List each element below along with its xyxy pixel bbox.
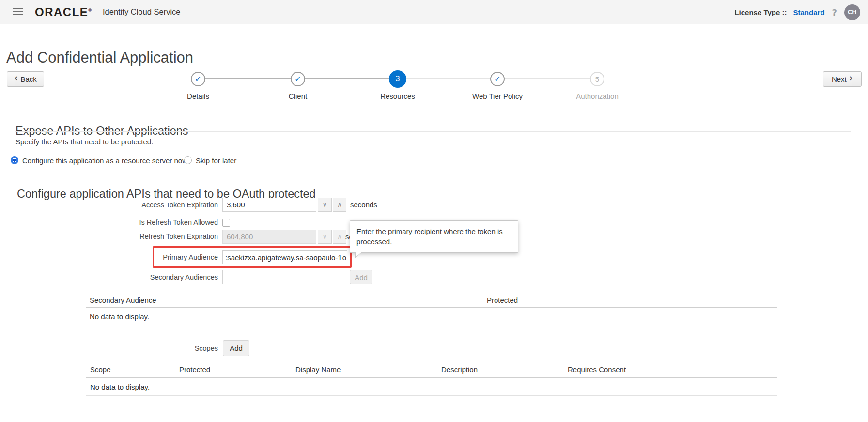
wizard-step-web-tier-policy-label: Web Tier Policy [472,92,523,100]
refresh-token-step-up-button: ∧ [333,230,346,244]
primary-audience-value-before-caret: :saekizxa.apigateway.sa-saopaulo-1 [225,253,342,262]
secondary-audience-column-header: Secondary Audience [90,296,156,304]
license-type-label: License Type :: [734,8,787,16]
wizard-step-web-tier-policy-circle[interactable]: ✓ [490,72,505,86]
top-bar: ORACLE® Identity Cloud Service License T… [0,0,868,24]
add-button-label: Add [230,344,243,352]
wizard-step-client-label: Client [289,92,307,100]
tooltip-text: Enter the primary recipient where the to… [356,227,503,246]
check-icon: ✓ [294,75,301,83]
next-button[interactable]: Next › [823,71,862,87]
scopes-add-button[interactable]: Add [223,340,249,356]
access-token-expiration-label: Access Token Expiration [141,201,218,209]
back-button-label: Back [21,75,37,83]
wizard-step-details-circle[interactable]: ✓ [191,72,205,86]
section-divider [16,131,851,132]
table-divider [86,395,777,396]
table-divider [86,307,777,308]
refresh-token-step-down-button: ∨ [318,230,332,244]
wizard-step-resources-label: Resources [380,92,415,100]
scopes-label: Scopes [195,344,218,352]
app-root: ORACLE® Identity Cloud Service License T… [0,0,868,422]
wizard-step-client-circle[interactable]: ✓ [291,72,305,86]
is-refresh-token-allowed-label: Is Refresh Token Allowed [139,219,218,226]
hamburger-menu-icon[interactable] [13,7,24,16]
back-chevron-icon: ‹ [14,73,18,83]
add-button-label: Add [355,273,368,281]
refresh-token-expiration-label: Refresh Token Expiration [140,233,218,240]
primary-audience-tooltip: Enter the primary recipient where the to… [350,220,518,253]
chevron-up-icon: ∧ [337,233,342,240]
page-title: Add Confidential Application [6,49,193,66]
wizard-step-resources-circle[interactable]: 3 [389,70,406,88]
license-type-value-link[interactable]: Standard [793,8,825,16]
check-icon: ✓ [195,75,202,83]
scope-column-header: Scope [90,365,111,374]
wizard-step-authorization-label: Authorization [576,92,619,100]
hamburger-bars [13,8,23,9]
refresh-token-expiration-value: 604,800 [227,233,253,241]
secondary-audiences-input[interactable] [222,270,346,284]
oracle-logo: ORACLE® [35,5,92,19]
protected-column-header: Protected [487,296,518,304]
chevron-down-icon: ∨ [323,201,327,208]
wizard-step-authorization-circle[interactable]: 5 [590,72,604,86]
expose-apis-heading: Expose APIs to Other Applications [16,125,188,138]
table-divider [86,324,777,324]
requires-consent-column-header: Requires Consent [568,365,626,374]
display-name-column-header: Display Name [295,365,341,374]
tooltip-tail [356,252,362,257]
next-button-label: Next [832,75,847,83]
table-divider [86,377,777,378]
wizard-step-number: 5 [595,75,599,83]
secondary-audiences-add-button: Add [350,270,372,284]
wizard-step-number: 3 [396,75,400,83]
description-column-header: Description [441,365,478,374]
topbar-right-cluster: License Type :: Standard ? CH [734,0,860,24]
wizard-step-details-label: Details [187,92,209,100]
radio-skip-for-later-label[interactable]: Skip for later [196,156,236,165]
is-refresh-token-allowed-checkbox[interactable] [222,219,230,227]
protected-column-header: Protected [179,365,210,374]
radio-configure-resource-server-label[interactable]: Configure this application as a resource… [22,156,187,165]
oracle-logo-text: ORACLE [35,5,88,18]
access-token-unit: seconds [350,201,377,209]
chevron-down-icon: ∨ [323,233,327,240]
back-button[interactable]: ‹ Back [7,71,44,87]
secondary-audience-table-empty-message: No data to display. [90,313,149,321]
product-name: Identity Cloud Service [103,7,181,16]
primary-audience-value-after-caret: o [342,253,346,262]
scopes-table-empty-message: No data to display. [90,383,150,391]
radio-configure-resource-server[interactable] [11,156,18,164]
primary-audience-input[interactable]: :saekizxa.apigateway.sa-saopaulo-1o [222,250,347,264]
access-token-step-down-button[interactable]: ∨ [318,198,332,212]
registered-mark: ® [88,8,92,13]
chevron-up-icon: ∧ [337,201,342,208]
refresh-token-expiration-input: 604,800 [222,230,316,244]
avatar[interactable]: CH [844,4,860,20]
expose-apis-description: Specify the APIs that need to be protect… [16,138,153,146]
help-icon[interactable]: ? [831,7,838,17]
content-left-divider [4,24,4,422]
next-chevron-icon: › [849,73,853,83]
check-icon: ✓ [494,75,501,83]
access-token-step-up-button[interactable]: ∧ [333,198,346,212]
access-token-expiration-value: 3,600 [227,201,245,209]
access-token-expiration-input[interactable]: 3,600 [222,198,316,212]
primary-audience-label: Primary Audience [163,253,218,261]
secondary-audiences-label: Secondary Audiences [150,273,218,281]
radio-skip-for-later[interactable] [184,156,192,164]
